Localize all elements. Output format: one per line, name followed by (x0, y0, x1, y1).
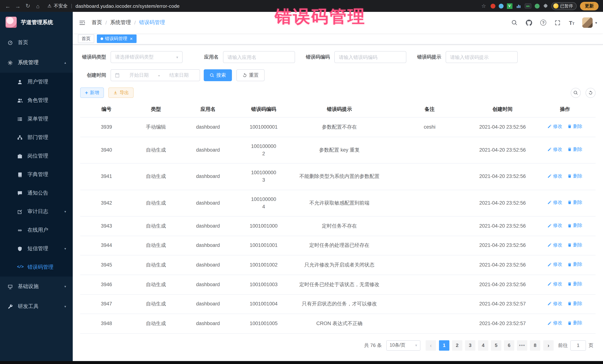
edit-link[interactable]: 修改 (547, 281, 562, 288)
delete-link[interactable]: 删除 (568, 123, 582, 130)
hamburger-icon[interactable] (73, 19, 92, 26)
cell-hint: 参数配置不存在 (290, 117, 388, 137)
delete-link[interactable]: 删除 (568, 199, 582, 206)
back-icon[interactable]: ← (4, 3, 11, 9)
sidebar-item-通知公告[interactable]: 通知公告 (0, 184, 73, 202)
edit-link[interactable]: 修改 (547, 123, 562, 130)
address-url[interactable]: dashboard.yudao.iocoder.cn/system/error-… (76, 3, 180, 9)
add-button[interactable]: + 新增 (80, 88, 104, 98)
edit-link[interactable]: 修改 (547, 146, 562, 153)
cell-app: dashboard (179, 163, 237, 190)
close-icon[interactable]: × (130, 36, 133, 41)
sidebar-item-审计日志[interactable]: 审计日志▾ (0, 202, 73, 221)
help-icon[interactable]: ? (536, 20, 550, 26)
delete-link[interactable]: 删除 (568, 300, 582, 307)
cell-app: dashboard (179, 117, 237, 137)
edit-icon (547, 200, 552, 205)
page-button-6[interactable]: 6 (504, 340, 514, 351)
extension-icon[interactable] (516, 3, 521, 9)
sidebar-item-用户管理[interactable]: 用户管理 (0, 73, 73, 91)
error-type-select[interactable]: 请选择错误码类型 ▾ (111, 51, 183, 63)
search-button[interactable]: 搜索 (204, 69, 232, 81)
tab-首页[interactable]: 首页 (78, 34, 94, 43)
app-name-input[interactable] (223, 51, 295, 63)
logo[interactable]: 芋道管理系统 (0, 12, 73, 33)
edit-link[interactable]: 修改 (547, 261, 562, 268)
sidebar-item-系统管理[interactable]: 系统管理▴ (0, 53, 73, 73)
edit-link[interactable]: 修改 (547, 242, 562, 249)
extension-icon[interactable] (534, 3, 539, 8)
sidebar-item-字典管理[interactable]: 字典管理 (0, 165, 73, 184)
browser-home-icon[interactable]: ⌂ (35, 3, 41, 9)
delete-link[interactable]: 删除 (568, 281, 582, 288)
edit-link[interactable]: 修改 (547, 199, 562, 206)
prev-page-button[interactable]: ‹ (426, 340, 436, 351)
extension-icon[interactable] (490, 3, 495, 8)
cell-hint: CRON 表达式不正确 (290, 314, 388, 333)
column-header-类型: 类型 (133, 101, 179, 117)
page-button-1[interactable]: 1 (439, 340, 449, 351)
reset-button[interactable]: 重置 (236, 69, 265, 81)
breadcrumb-item[interactable]: 系统管理 (110, 19, 131, 26)
error-code-input[interactable] (334, 51, 406, 63)
date-range-picker[interactable]: 开始日期 - 结束日期 (111, 69, 200, 81)
sidebar-item-基础设施[interactable]: 基础设施▾ (0, 276, 73, 297)
date-end-placeholder: 结束日期 (162, 72, 196, 78)
reload-icon[interactable]: ↻ (24, 3, 31, 9)
extension-icon[interactable]: V (507, 3, 512, 9)
edit-link[interactable]: 修改 (547, 300, 562, 307)
page-button-5[interactable]: 5 (491, 340, 501, 351)
delete-link[interactable]: 删除 (568, 222, 582, 229)
update-button[interactable]: 更新 (580, 2, 599, 10)
sidebar-item-label: 角色管理 (27, 97, 48, 104)
page-button-3[interactable]: 3 (465, 340, 475, 351)
github-icon[interactable] (522, 20, 536, 26)
next-page-button[interactable]: › (543, 340, 554, 351)
page-button-8[interactable]: 8 (530, 340, 540, 351)
delete-link[interactable]: 删除 (568, 261, 582, 268)
edit-link[interactable]: 修改 (547, 173, 562, 180)
page-button-2[interactable]: 2 (452, 340, 462, 351)
edit-label: 修改 (553, 222, 562, 229)
extension-icon[interactable]: on (524, 3, 531, 9)
cell-time: 2021-04-20 23:52:56 (471, 236, 534, 255)
tab-错误码管理[interactable]: 错误码管理× (97, 34, 136, 43)
breadcrumb-item[interactable]: 首页 (92, 19, 102, 26)
fullscreen-icon[interactable] (550, 20, 565, 26)
paused-badge[interactable]: 已暂停 (551, 2, 577, 10)
sidebar-item-部门管理[interactable]: 部门管理 (0, 128, 73, 147)
font-size-icon[interactable]: TT (565, 20, 579, 25)
page-more-button[interactable]: ••• (517, 340, 527, 351)
export-button[interactable]: 导出 (108, 88, 134, 98)
sidebar-item-首页[interactable]: 首页 (0, 33, 73, 53)
extensions-puzzle-icon[interactable] (543, 3, 548, 9)
sidebar-item-菜单管理[interactable]: 菜单管理 (0, 110, 73, 128)
user-avatar[interactable] (582, 17, 593, 28)
edit-link[interactable]: 修改 (547, 320, 562, 327)
toggle-search-button[interactable] (571, 88, 581, 98)
chevron-down-icon[interactable]: ▾ (595, 21, 597, 25)
sidebar-item-短信管理[interactable]: 短信管理▾ (0, 240, 73, 258)
sidebar-item-错误码管理[interactable]: </>错误码管理 (0, 258, 73, 276)
sidebar-item-岗位管理[interactable]: 岗位管理 (0, 147, 73, 165)
goto-page-input[interactable] (570, 340, 586, 351)
sidebar-item-研发工具[interactable]: 研发工具▾ (0, 297, 73, 317)
edit-link[interactable]: 修改 (547, 222, 562, 229)
forward-icon[interactable]: → (14, 3, 21, 9)
sidebar-item-角色管理[interactable]: 角色管理 (0, 91, 73, 110)
page-size-select[interactable]: 10条/页 ▾ (386, 340, 420, 351)
extension-icon[interactable] (499, 3, 503, 8)
page-button-4[interactable]: 4 (478, 340, 488, 351)
delete-link[interactable]: 删除 (568, 146, 582, 153)
refresh-button[interactable] (586, 88, 596, 98)
delete-link[interactable]: 删除 (568, 173, 582, 180)
error-hint-input[interactable] (446, 51, 518, 63)
search-icon[interactable] (508, 20, 522, 26)
delete-link[interactable]: 删除 (568, 320, 582, 327)
delete-label: 删除 (573, 123, 582, 130)
delete-link[interactable]: 删除 (568, 242, 582, 249)
bookmark-star-icon[interactable]: ☆ (480, 3, 487, 9)
dashboard-icon (7, 40, 13, 45)
security-indicator[interactable]: ⚠ 不安全 (47, 3, 68, 9)
sidebar-item-在线用户[interactable]: 在线用户 (0, 221, 73, 240)
